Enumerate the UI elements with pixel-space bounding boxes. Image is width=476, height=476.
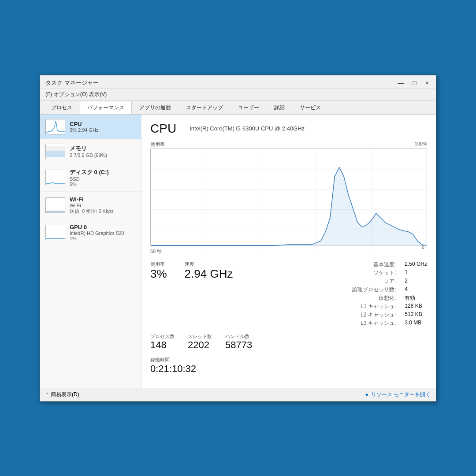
uptime-value: 0:21:10:32 [150, 363, 427, 375]
tab-bar: プロセス パフォーマンス アプリの履歴 スタートアップ ユーザー 詳細 サービス [40, 100, 436, 115]
virt-label: 仮想化: [352, 294, 396, 302]
wifi-mini-graph [45, 197, 65, 213]
handles-value: 58773 [225, 340, 252, 350]
processes-label: プロセス数 [150, 333, 175, 340]
window-title: タスク マネージャー [45, 79, 99, 87]
chart-usage-label: 使用率 [150, 141, 165, 148]
processes-value: 148 [150, 340, 175, 350]
handles-label: ハンドル数 [225, 333, 252, 340]
l1-label: L1 キャッシュ: [352, 303, 396, 310]
memory-item-info: メモリ 2.7/3.9 GB (69%) [70, 145, 136, 158]
l2-value: 512 KB [405, 311, 427, 319]
tab-details[interactable]: 詳細 [267, 101, 292, 114]
main-subtitle: Intel(R) Core(TM) i5-6300U CPU @ 2.40GHz [190, 125, 305, 132]
sidebar: CPU 3% 2.94 GHz メモリ 2.7/3.9 GB (69%) [40, 115, 141, 388]
cpu-item-info: CPU 3% 2.94 GHz [70, 121, 136, 133]
maximize-button[interactable]: □ [411, 79, 418, 86]
gpu-item-detail1: Intel(R) HD Graphics 520 [70, 231, 136, 236]
cpu-item-name: CPU [70, 121, 136, 127]
chart-y-max: 100% [415, 141, 427, 148]
logical-label: 論理プロセッサ数: [352, 286, 396, 294]
content-area: CPU 3% 2.94 GHz メモリ 2.7/3.9 GB (69%) [40, 115, 436, 388]
memory-item-name: メモリ [70, 145, 136, 152]
close-button[interactable]: × [424, 79, 431, 86]
stats-row-1: 使用率 3% 速度 2.94 GHz 基本速度: 2.50 GHz ソケット: … [150, 261, 427, 327]
resource-monitor-label[interactable]: リソース モニターを開く [371, 391, 431, 398]
speed-label: 速度 [185, 261, 233, 268]
circle-icon: ● [365, 391, 368, 398]
socket-label: ソケット: [352, 269, 396, 277]
gpu-item-detail2: 1% [70, 236, 136, 241]
processes-stat: プロセス数 148 [150, 333, 175, 350]
usage-label: 使用率 [150, 261, 167, 268]
base-speed-label: 基本速度: [352, 261, 396, 268]
footer: ⌃ 簡易表示(D) ● リソース モニターを開く [40, 388, 436, 401]
cpu-item-detail: 3% 2.94 GHz [70, 127, 136, 133]
socket-value: 1 [405, 269, 427, 277]
chart-label-row: 使用率 100% [150, 141, 427, 148]
cpu-chart: 0 [150, 149, 427, 245]
titlebar: タスク マネージャー — □ × [40, 75, 436, 89]
l3-label: L3 キャッシュ: [352, 320, 396, 327]
memory-item-detail: 2.7/3.9 GB (69%) [70, 152, 136, 158]
chevron-up-icon: ⌃ [45, 392, 49, 397]
handles-stat: ハンドル数 58773 [225, 333, 252, 350]
gpu-mini-graph [45, 225, 65, 240]
gpu-item-info: GPU 0 Intel(R) HD Graphics 520 1% [70, 224, 136, 241]
window-controls: — □ × [396, 79, 431, 86]
tab-app-history[interactable]: アプリの履歴 [132, 101, 178, 114]
tab-processes[interactable]: プロセス [44, 101, 80, 114]
virt-value: 有効 [405, 294, 427, 302]
gpu-item-name: GPU 0 [70, 224, 136, 231]
disk-item-detail2: 5% [70, 182, 136, 187]
minimize-button[interactable]: — [396, 79, 405, 86]
logical-value: 4 [405, 286, 427, 294]
main-header: CPU Intel(R) Core(TM) i5-6300U CPU @ 2.4… [150, 122, 427, 136]
svg-rect-1 [46, 151, 65, 157]
l2-label: L2 キャッシュ: [352, 311, 396, 319]
l3-value: 3.0 MB [405, 320, 427, 327]
speed-stat: 速度 2.94 GHz [185, 261, 233, 327]
threads-stat: スレッド数 2202 [188, 333, 212, 350]
core-label: コア: [352, 278, 396, 285]
sidebar-item-memory[interactable]: メモリ 2.7/3.9 GB (69%) [40, 139, 141, 164]
speed-value: 2.94 GHz [185, 268, 233, 280]
tab-startup[interactable]: スタートアップ [178, 101, 231, 114]
main-title: CPU [150, 122, 176, 136]
menu-items[interactable]: (F) オプション(O) 表示(V) [45, 91, 107, 97]
wifi-item-detail1: Wi-Fi [70, 203, 136, 208]
wifi-item-info: Wi-Fi Wi-Fi 送信: 0 受信: 0 Kbps [70, 196, 136, 215]
l1-value: 128 KB [405, 303, 427, 310]
disk-mini-graph [45, 170, 65, 185]
usage-stat: 使用率 3% [150, 261, 167, 327]
threads-label: スレッド数 [188, 333, 212, 340]
tab-performance[interactable]: パフォーマンス [80, 101, 132, 114]
disk-item-info: ディスク 0 (C:) SSD 5% [70, 168, 136, 187]
sidebar-item-wifi[interactable]: Wi-Fi Wi-Fi 送信: 0 受信: 0 Kbps [40, 192, 141, 219]
wifi-item-detail2: 送信: 0 受信: 0 Kbps [70, 208, 136, 215]
resource-monitor-link[interactable]: ● リソース モニターを開く [365, 391, 431, 398]
usage-value: 3% [150, 268, 167, 280]
tab-users[interactable]: ユーザー [231, 101, 267, 114]
uptime-group: 稼働時間 0:21:10:32 [150, 357, 427, 375]
base-speed-value: 2.50 GHz [405, 261, 427, 268]
memory-mini-graph [45, 144, 65, 159]
threads-value: 2202 [188, 340, 212, 350]
task-manager-window: タスク マネージャー — □ × (F) オプション(O) 表示(V) プロセス… [40, 75, 436, 402]
stats-row-2: プロセス数 148 スレッド数 2202 ハンドル数 58773 [150, 333, 427, 350]
core-value: 2 [405, 278, 427, 285]
footer-left: ⌃ 簡易表示(D) [45, 391, 79, 398]
disk-item-name: ディスク 0 (C:) [70, 168, 136, 176]
sidebar-item-gpu[interactable]: GPU 0 Intel(R) HD Graphics 520 1% [40, 219, 141, 246]
uptime-label: 稼働時間 [150, 357, 427, 363]
right-stats: 基本速度: 2.50 GHz ソケット: 1 コア: 2 論理プロセッサ数: 4… [352, 261, 427, 327]
tab-services[interactable]: サービス [292, 101, 328, 114]
wifi-item-name: Wi-Fi [70, 196, 136, 203]
cpu-mini-graph [45, 119, 65, 134]
sidebar-item-cpu[interactable]: CPU 3% 2.94 GHz [40, 115, 141, 139]
sidebar-item-disk[interactable]: ディスク 0 (C:) SSD 5% [40, 164, 141, 192]
svg-text:0: 0 [422, 245, 424, 250]
simple-view-label[interactable]: 簡易表示(D) [51, 391, 79, 398]
main-panel: CPU Intel(R) Core(TM) i5-6300U CPU @ 2.4… [141, 115, 436, 388]
disk-item-detail1: SSD [70, 176, 136, 182]
